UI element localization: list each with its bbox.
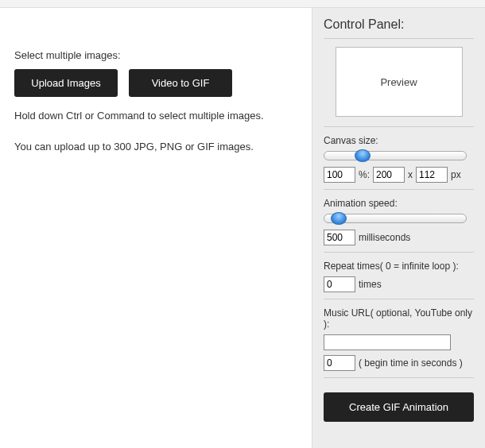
preview-label: Preview (380, 76, 417, 88)
music-url-input[interactable] (324, 334, 451, 350)
divider (324, 38, 474, 39)
canvas-size-inputs: %: x px (324, 167, 474, 183)
divider (324, 126, 474, 127)
control-panel: Control Panel: Preview Canvas size: %: x… (312, 8, 485, 448)
canvas-height-input[interactable] (416, 167, 448, 183)
music-begin-inputs: ( begin time in seconds ) (324, 355, 474, 371)
upload-limit-hint: You can upload up to 300 JPG, PNG or GIF… (14, 141, 297, 153)
music-url-label: Music URL( optional, YouTube only ): (324, 307, 474, 330)
percent-unit: %: (359, 169, 370, 180)
animation-speed-label: Animation speed: (324, 198, 474, 209)
divider (324, 299, 474, 299)
times-unit: times (359, 279, 382, 290)
video-to-gif-button[interactable]: Video to GIF (129, 69, 232, 97)
upload-pane: Select multiple images: Upload Images Vi… (0, 8, 312, 448)
select-images-label: Select multiple images: (14, 49, 297, 61)
control-panel-title: Control Panel: (324, 17, 474, 32)
canvas-percent-input[interactable] (324, 167, 355, 183)
window-titlebar (0, 0, 485, 8)
milliseconds-unit: milliseconds (359, 232, 410, 243)
repeat-inputs: times (324, 276, 474, 292)
upload-button-row: Upload Images Video to GIF (14, 69, 297, 97)
music-section: Music URL( optional, YouTube only ): ( b… (324, 307, 474, 371)
animation-speed-slider[interactable] (324, 214, 467, 223)
x-separator: x (408, 169, 413, 180)
canvas-size-section: Canvas size: %: x px (324, 135, 474, 183)
slider-thumb[interactable] (331, 212, 347, 225)
divider (324, 377, 474, 378)
repeat-label: Repeat times( 0 = infinite loop ): (324, 261, 474, 272)
divider (324, 189, 474, 190)
canvas-size-label: Canvas size: (324, 135, 474, 146)
canvas-width-input[interactable] (373, 167, 405, 183)
slider-thumb[interactable] (355, 149, 371, 162)
divider (324, 252, 474, 253)
music-begin-input[interactable] (324, 355, 355, 371)
preview-box: Preview (336, 47, 463, 117)
upload-images-button[interactable]: Upload Images (14, 69, 118, 97)
create-gif-button[interactable]: Create GIF Animation (324, 392, 474, 422)
repeat-times-input[interactable] (324, 276, 355, 292)
animation-speed-section: Animation speed: milliseconds (324, 198, 474, 245)
animation-speed-input[interactable] (324, 230, 355, 245)
begin-time-unit: ( begin time in seconds ) (359, 357, 463, 369)
multiselect-hint: Hold down Ctrl or Command to select mult… (14, 110, 297, 122)
repeat-section: Repeat times( 0 = infinite loop ): times (324, 261, 474, 292)
px-unit: px (451, 169, 461, 180)
main-layout: Select multiple images: Upload Images Vi… (0, 8, 485, 448)
canvas-size-slider[interactable] (324, 151, 467, 160)
animation-speed-inputs: milliseconds (324, 230, 474, 245)
